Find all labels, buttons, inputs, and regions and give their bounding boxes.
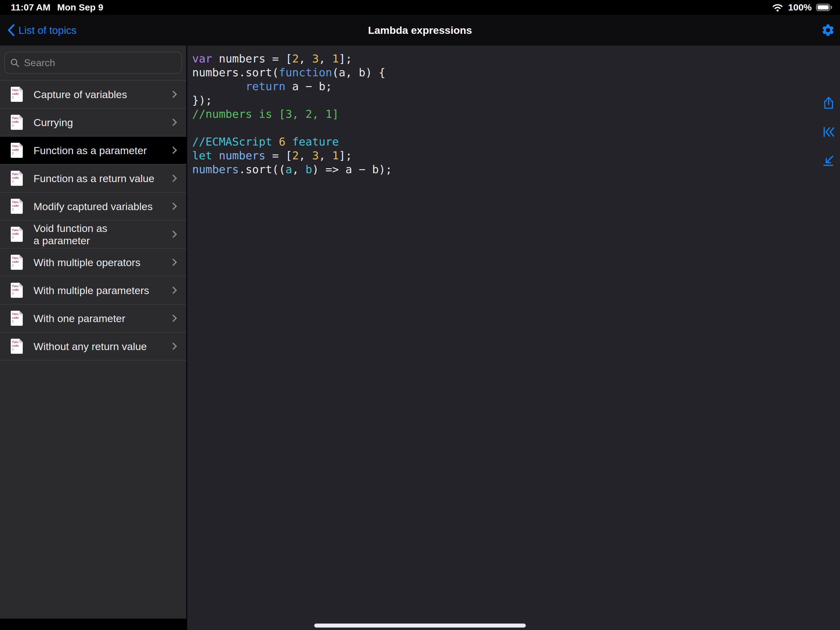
share-button[interactable]: [821, 96, 836, 110]
code-token: var: [192, 52, 212, 65]
code-file-icon: func ( code ): [11, 255, 23, 270]
code-token: ) => a − b);: [312, 163, 392, 176]
page-fold: [19, 171, 23, 174]
sidebar-topic-item[interactable]: func ( code ) With multiple parameters: [0, 277, 186, 304]
page-fold: [19, 283, 23, 286]
code-token: [192, 80, 245, 93]
sidebar: func ( code ) Capture of variables func …: [0, 46, 187, 619]
chevron-right-icon: [169, 203, 177, 210]
code-block: var numbers = [2, 3, 1];numbers.sort(fun…: [187, 46, 840, 176]
battery-level: [818, 5, 829, 9]
settings-button[interactable]: [821, 23, 835, 37]
code-file-icon: func ( code ): [11, 283, 23, 298]
page-title: Lambda expressions: [368, 24, 472, 36]
code-token: feature: [285, 135, 338, 148]
page-fold: [19, 143, 23, 146]
chevron-right-icon: [169, 342, 177, 350]
topic-list: func ( code ) Capture of variables func …: [0, 80, 186, 361]
code-token: 1: [332, 52, 339, 65]
code-token: a − b;: [285, 80, 332, 93]
skip-to-start-icon: [821, 125, 836, 139]
sidebar-topic-item[interactable]: func ( code ) Capture of variables: [0, 81, 186, 109]
back-button-label: List of topics: [19, 24, 77, 36]
page-fold: [19, 115, 23, 118]
home-indicator[interactable]: [314, 624, 526, 628]
code-token: a: [285, 163, 292, 176]
code-token: = [: [265, 149, 292, 162]
code-token: 3: [312, 52, 319, 65]
code-line: [192, 121, 840, 135]
code-token: 2: [292, 52, 299, 65]
code-token: function: [279, 66, 332, 79]
code-line: });: [192, 93, 840, 107]
status-right: 100%: [771, 2, 832, 13]
chevron-right-icon: [169, 314, 177, 322]
code-token: 3: [312, 149, 319, 162]
skip-to-start-button[interactable]: [821, 125, 836, 139]
code-line: //ECMAScript 6 feature: [192, 135, 840, 149]
code-file-icon: func ( code ): [11, 227, 23, 242]
search-field[interactable]: [4, 52, 182, 74]
code-file-icon: func ( code ): [11, 143, 23, 158]
battery-cap: [831, 6, 832, 9]
search-icon: [10, 58, 20, 68]
code-file-icon: func ( code ): [11, 115, 23, 130]
sidebar-topic-item[interactable]: func ( code ) Function as a parameter: [0, 136, 186, 165]
side-toolbar: [821, 96, 836, 168]
chevron-right-icon: [169, 90, 177, 98]
code-line: //numbers is [3, 2, 1]: [192, 107, 840, 121]
sidebar-topic-item[interactable]: func ( code ) Modify captured variables: [0, 193, 186, 220]
screen: 11:07 AM Mon Sep 9 100%: [0, 0, 840, 630]
chevron-right-icon: [169, 174, 177, 182]
sidebar-topic-item[interactable]: func ( code ) Function as a return value: [0, 165, 186, 193]
topic-label: With multiple operators: [33, 256, 171, 269]
code-token: ];: [339, 52, 352, 65]
code-token: ];: [339, 149, 352, 162]
code-file-icon: func ( code ): [11, 199, 23, 214]
code-file-icon: func ( code ): [11, 171, 23, 186]
code-line: var numbers = [2, 3, 1];: [192, 52, 840, 65]
code-line: numbers.sort((a, b) => a − b);: [192, 162, 840, 176]
sidebar-topic-item[interactable]: func ( code ) Currying: [0, 109, 186, 136]
topic-label: Function as a parameter: [33, 144, 171, 157]
topic-label: Modify captured variables: [33, 200, 171, 212]
date: Mon Sep 9: [57, 2, 103, 13]
topic-label: Void function as a parameter: [33, 222, 171, 247]
chevron-right-icon: [169, 258, 177, 266]
code-token: });: [192, 94, 212, 106]
code-token: 1: [332, 149, 339, 162]
search-input[interactable]: [24, 57, 177, 69]
topic-label: With one parameter: [33, 312, 171, 324]
code-token: numbers.sort(: [192, 66, 279, 79]
collapse-corner-button[interactable]: [821, 154, 836, 168]
wifi-icon: [771, 3, 784, 12]
sidebar-topic-item[interactable]: func ( code ) With multiple operators: [0, 249, 186, 277]
chevron-right-icon: [169, 287, 177, 294]
code-token: return: [245, 80, 285, 93]
code-line: return a − b;: [192, 79, 840, 93]
page-fold: [19, 227, 23, 230]
status-left: 11:07 AM Mon Sep 9: [11, 2, 103, 13]
chevron-right-icon: [169, 146, 177, 154]
code-token: //ECMAScript: [192, 135, 279, 148]
topic-label: Function as a return value: [33, 172, 171, 185]
code-token: [212, 149, 219, 162]
topic-label: Currying: [33, 116, 171, 128]
code-line: let numbers = [2, 3, 1];: [192, 149, 840, 162]
code-token: ,: [319, 149, 332, 162]
topic-label: Without any return value: [33, 340, 171, 353]
battery-body: [816, 4, 830, 11]
arrow-down-left-icon: [821, 154, 836, 168]
back-button[interactable]: List of topics: [7, 24, 77, 36]
code-token: .sort((: [239, 163, 286, 176]
page-fold: [19, 199, 23, 202]
code-file-icon: func ( code ): [11, 311, 23, 326]
chevron-right-icon: [169, 119, 177, 126]
chevron-right-icon: [169, 230, 177, 238]
sidebar-topic-item[interactable]: func ( code ) With one parameter: [0, 304, 186, 332]
page-fold: [19, 255, 23, 258]
sidebar-topic-item[interactable]: func ( code ) Void function as a paramet…: [0, 220, 186, 249]
sidebar-topic-item[interactable]: func ( code ) Without any return value: [0, 332, 186, 361]
code-line: numbers.sort(function(a, b) {: [192, 65, 840, 79]
code-token: ,: [299, 52, 312, 65]
